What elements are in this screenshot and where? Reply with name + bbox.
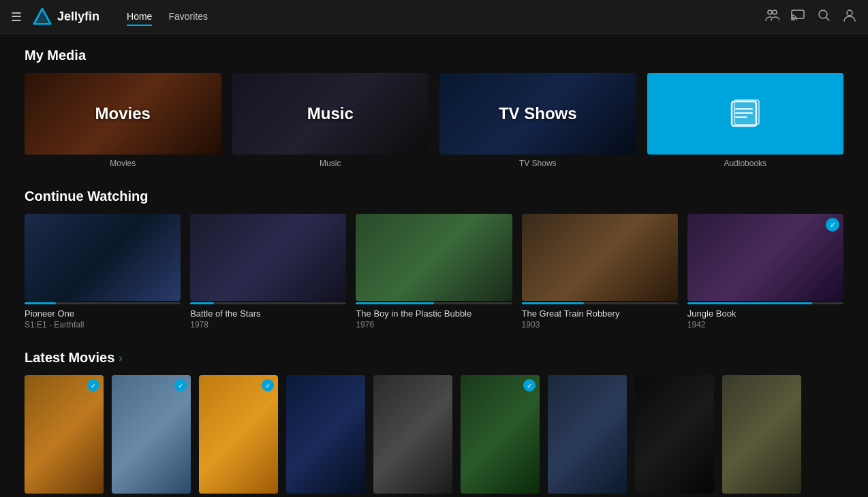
nav-actions <box>764 7 857 26</box>
cw-checkmark-jungle: ✓ <box>826 218 839 231</box>
media-card-music[interactable]: Music Music <box>232 73 429 168</box>
nav-links: Home Favorites <box>127 8 754 26</box>
nav-favorites[interactable]: Favorites <box>168 8 208 26</box>
cw-card-pioneer-one[interactable]: Pioneer One S1:E1 - Earthfall <box>25 214 181 330</box>
my-media-grid: Movies Movies Music Music TV Shows <box>25 73 843 168</box>
cw-sub-jungle: 1942 <box>687 320 843 330</box>
user-icon[interactable] <box>842 7 857 26</box>
lm-card-caminandes-llama[interactable]: ✓ Caminandes: Llama D... <box>25 375 104 497</box>
cw-sub-battle: 1978 <box>190 320 346 330</box>
cw-title-jungle: Jungle Book <box>687 308 843 319</box>
lm-card-jungle-book[interactable]: ✓ Jungle Book <box>461 375 540 497</box>
lm-card-battle-stars[interactable]: Battle of the Stars <box>286 375 365 497</box>
lm-checkmark-1: ✓ <box>174 379 187 391</box>
lm-card-night-living-dead[interactable]: Night of the Living De... <box>635 375 714 497</box>
search-icon[interactable] <box>816 7 831 26</box>
cw-card-great-train[interactable]: The Great Train Robbery 1903 <box>522 214 678 330</box>
svg-point-6 <box>847 10 852 16</box>
cw-title-pioneer: Pioneer One <box>25 308 181 319</box>
lm-card-great-train-robbery[interactable]: The Great Train Robb... <box>722 375 801 497</box>
lm-card-caminandes-gran[interactable]: ✓ Caminandes: Gran Dill... <box>199 375 278 497</box>
main-content: My Media Movies Movies Music Music <box>0 34 868 497</box>
cw-title-battle: Battle of the Stars <box>190 308 346 319</box>
svg-point-2 <box>768 10 772 14</box>
continue-watching-grid: Pioneer One S1:E1 - Earthfall Battle of … <box>25 214 843 330</box>
cw-sub-pioneer: S1:E1 - Earthfall <box>25 320 181 330</box>
app-name: Jellyfin <box>57 10 99 24</box>
lm-card-lady-frankenstein[interactable]: Lady Frankenstein <box>548 375 627 497</box>
lm-card-caminandes-llamigos[interactable]: ✓ Caminandes: Llamigos <box>112 375 191 497</box>
lm-checkmark-5: ✓ <box>523 379 536 391</box>
svg-point-5 <box>819 10 827 18</box>
lm-checkmark-0: ✓ <box>87 379 99 391</box>
tvshows-caption: TV Shows <box>439 159 636 168</box>
latest-movies-arrow[interactable]: › <box>119 352 122 364</box>
movies-caption: Movies <box>25 159 221 168</box>
cw-sub-train: 1903 <box>522 320 678 330</box>
audiobooks-icon <box>728 96 763 131</box>
jellyfin-logo-icon <box>33 7 52 27</box>
media-card-tvshows[interactable]: TV Shows TV Shows <box>439 73 636 168</box>
cw-sub-boy: 1976 <box>356 320 512 330</box>
cw-card-jungle-book[interactable]: ✓ Jungle Book 1942 <box>687 214 843 330</box>
cw-card-battle-stars[interactable]: Battle of the Stars 1978 <box>190 214 346 330</box>
svg-point-3 <box>773 10 777 14</box>
my-media-title: My Media <box>25 48 843 63</box>
svg-rect-4 <box>792 10 804 18</box>
hamburger-menu[interactable]: ☰ <box>11 10 22 25</box>
movies-label: Movies <box>95 104 151 123</box>
lm-checkmark-2: ✓ <box>262 379 274 391</box>
cw-title-train: The Great Train Robbery <box>522 308 678 319</box>
cw-card-boy-plastic[interactable]: The Boy in the Plastic Bubble 1976 <box>356 214 512 330</box>
lm-card-boy-plastic[interactable]: The Boy in the Plastic ... <box>373 375 452 497</box>
latest-movies-grid: ✓ Caminandes: Llama D... ✓ Caminandes: L… <box>25 375 843 497</box>
media-card-audiobooks[interactable]: Audiobooks <box>647 73 844 168</box>
music-caption: Music <box>232 159 429 168</box>
cast-icon[interactable] <box>790 7 805 26</box>
cw-title-boy: The Boy in the Plastic Bubble <box>356 308 512 319</box>
music-label: Music <box>307 104 354 123</box>
latest-movies-title: Latest Movies <box>25 350 114 366</box>
navbar: ☰ Jellyfin Home Favorites <box>0 0 868 34</box>
app-logo[interactable]: Jellyfin <box>33 7 99 27</box>
nav-home[interactable]: Home <box>127 8 152 26</box>
audiobooks-caption: Audiobooks <box>647 159 844 168</box>
continue-watching-title: Continue Watching <box>25 189 843 204</box>
tvshows-label: TV Shows <box>499 104 577 123</box>
community-icon[interactable] <box>764 7 779 26</box>
media-card-movies[interactable]: Movies Movies <box>25 73 221 168</box>
